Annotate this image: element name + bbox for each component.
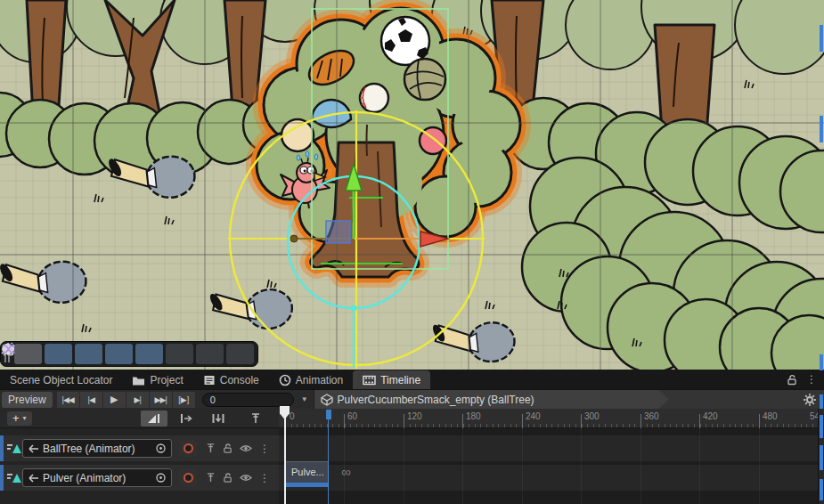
track-row-pulver[interactable]: Pulver (Animator) ⋮: [0, 465, 279, 491]
current-frame-input[interactable]: [202, 393, 294, 407]
panel-menu-icon[interactable]: ⋮: [806, 374, 817, 385]
volleyball-decoration: [404, 59, 445, 100]
cream-decoration: [281, 119, 314, 151]
edge-marker: [820, 25, 823, 52]
pin-icon[interactable]: [206, 472, 216, 484]
track-row-balltree[interactable]: BallTree (Animator) ⋮: [0, 435, 279, 461]
tab-label: Scene Object Locator: [10, 374, 112, 386]
tab-scene-object-locator[interactable]: Scene Object Locator: [0, 370, 122, 389]
edge-marker: [820, 415, 823, 438]
track-selected-stripe: [0, 435, 4, 461]
goto-start-button[interactable]: |◀◀: [57, 392, 79, 408]
tab-console[interactable]: Console: [193, 370, 269, 389]
soccer-ball-decoration: [381, 17, 429, 65]
mix-mode-icon: [147, 412, 161, 425]
track-content-pulver[interactable]: [279, 465, 818, 491]
camera-tool-button[interactable]: [196, 344, 224, 364]
clip-selection-underline: [285, 483, 329, 487]
breadcrumb-item[interactable]: PulverCucumberSmack_empty (BallTree): [314, 390, 669, 409]
plane-handle[interactable]: [326, 221, 350, 243]
play-button[interactable]: ▶: [103, 392, 126, 408]
mixer-tool-button[interactable]: [45, 344, 72, 364]
shuffle-tool-button[interactable]: [226, 344, 254, 364]
edge-marker: [820, 479, 823, 500]
shuffle-icon: [1, 342, 15, 356]
layers-tool-button[interactable]: [135, 344, 163, 364]
add-caret-icon: ▾: [23, 414, 27, 422]
timeline-panel: + ▾ 60 120 180 240: [0, 409, 824, 504]
timeline-transport-row: Preview |◀◀ |◀ ▶ ▶| ▶▶| [▶] ▼ PulverCucu…: [0, 389, 824, 409]
edge-marker: [820, 116, 823, 142]
tabbar-right-controls: ⋮: [779, 370, 824, 389]
prev-frame-button[interactable]: |◀: [80, 392, 102, 408]
lock-open-icon[interactable]: [787, 374, 797, 386]
ruler-label: 120: [407, 411, 422, 421]
ruler-label: 480: [763, 411, 778, 421]
breadcrumb-label: PulverCucumberSmack_empty (BallTree): [338, 394, 534, 406]
clock-icon: [279, 374, 291, 386]
track-name-field[interactable]: BallTree (Animator): [22, 439, 172, 458]
baseball-decoration: [360, 84, 388, 112]
tab-label: Animation: [296, 374, 343, 386]
record-button[interactable]: [179, 440, 197, 458]
cube-icon: [321, 394, 333, 406]
animator-icon: [28, 443, 39, 454]
edge-marker: [820, 354, 823, 370]
track-options: [206, 472, 252, 484]
next-frame-button[interactable]: ▶|: [126, 392, 149, 408]
animation-track-icon: [7, 472, 22, 484]
lock-open-icon[interactable]: [223, 472, 233, 484]
mix-mode-button[interactable]: [141, 411, 167, 427]
track-options: [206, 443, 252, 454]
edge-marker: [820, 394, 823, 409]
filmstrip-icon: [363, 374, 376, 386]
add-label: +: [12, 411, 20, 425]
anchor-handle[interactable]: [290, 235, 298, 242]
track-content-balltree[interactable]: [279, 435, 818, 461]
play-range-button[interactable]: [▶]: [173, 392, 195, 408]
timeline-end-marker[interactable]: [326, 410, 331, 419]
gear-icon: [803, 393, 817, 407]
moon-tool-button[interactable]: [105, 344, 133, 364]
goto-end-button[interactable]: ▶▶|: [150, 392, 172, 408]
track-name-field[interactable]: Pulver (Animator): [22, 468, 172, 487]
tab-project[interactable]: Project: [122, 370, 192, 389]
object-picker-icon[interactable]: [155, 472, 167, 484]
ripple-mode-icon: [179, 412, 193, 425]
move-tool-button[interactable]: [14, 344, 42, 364]
preview-toggle-button[interactable]: Preview: [2, 392, 53, 408]
timeline-clip-area[interactable]: Pulve... ∞: [279, 428, 818, 504]
record-button[interactable]: [179, 469, 197, 487]
ruler-label: 420: [703, 411, 718, 421]
scene-viewport[interactable]: [0, 0, 824, 370]
timeline-breadcrumb-bar: PulverCucumberSmack_empty (BallTree): [314, 390, 824, 409]
panel-tab-bar: Scene Object Locator Project Console Ani…: [0, 370, 824, 389]
record-dot: [184, 443, 193, 453]
object-picker-icon[interactable]: [155, 443, 167, 454]
tab-timeline[interactable]: Timeline: [353, 370, 430, 389]
replace-mode-button[interactable]: [205, 411, 232, 427]
eye-icon[interactable]: [240, 443, 252, 453]
track-list: BallTree (Animator) ⋮ Pulver (Animator): [0, 428, 279, 504]
curves-toggle-button[interactable]: [242, 411, 269, 427]
search-tool-button[interactable]: [166, 344, 193, 364]
eye-icon[interactable]: [240, 473, 252, 483]
track-menu-icon[interactable]: ⋮: [259, 443, 270, 455]
lock-open-icon[interactable]: [223, 443, 233, 454]
tab-label: Project: [150, 374, 183, 386]
tab-animation[interactable]: Animation: [269, 370, 353, 389]
timeline-settings-button[interactable]: [803, 393, 817, 411]
frame-options-caret[interactable]: ▼: [301, 395, 308, 403]
add-track-button[interactable]: + ▾: [7, 411, 32, 426]
pin-icon[interactable]: [206, 443, 216, 454]
folder-icon: [132, 374, 145, 386]
timeline-ruler[interactable]: 60 120 180 240 300 360 420 480 540: [279, 409, 818, 428]
infinite-clip-icon: ∞: [341, 464, 351, 479]
track-name: BallTree (Animator): [43, 443, 151, 455]
track-menu-icon[interactable]: ⋮: [259, 472, 270, 484]
ruler-zero-label: 0: [290, 411, 295, 421]
inner-ring-handle[interactable]: [351, 305, 356, 311]
hatch-tool-button[interactable]: [75, 344, 102, 364]
ripple-mode-button[interactable]: [173, 411, 200, 427]
scene-toolbar: [0, 341, 258, 367]
